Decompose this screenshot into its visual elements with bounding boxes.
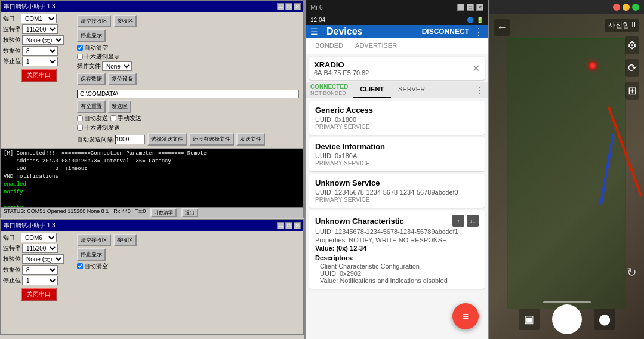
bottom-baud-row: 波特率 115200 [3, 244, 75, 253]
tab-server[interactable]: SERVER [391, 82, 432, 98]
clear-recv-button[interactable]: 清空接收区 [77, 15, 111, 27]
camera-minimize-button[interactable] [623, 4, 630, 11]
bottom-baud-label: 波特率 [3, 244, 21, 252]
camera-window-buttons [613, 4, 639, 11]
device-close-icon[interactable]: ✕ [472, 63, 480, 74]
serial-top-window: 串口调试小助手 1.3 — □ ✕ 端口 COM1 波特率 11520 [0, 0, 304, 218]
select-file-button[interactable]: 选择发送文件 [147, 133, 187, 146]
hex-send-checkbox[interactable] [77, 125, 83, 131]
data-select[interactable]: 8 [22, 46, 58, 56]
bottom-clear-recv-button[interactable]: 清空接收区 [77, 234, 111, 246]
pause-button[interactable]: 停止显示 [77, 29, 106, 42]
status-bar: STATUS: COM51 Opened 115200 None 8 1 Rx:… [1, 207, 303, 218]
save-data-button[interactable]: 保存数据 [77, 73, 106, 85]
android-close-button[interactable]: ✕ [476, 4, 483, 11]
char-upload-button[interactable]: ↑ [452, 215, 464, 227]
bottom-close-serial-button[interactable]: 关闭串口 [21, 288, 57, 301]
more-icon[interactable]: ⋮ [474, 26, 483, 38]
serial-bottom-title: 串口调试小助手 1.3 [4, 221, 56, 230]
recv-button[interactable]: 接收区 [113, 15, 137, 27]
send-area-button[interactable]: 发送区 [108, 100, 131, 113]
hex-display-checkbox[interactable] [77, 54, 83, 60]
no-file-button[interactable]: 还没有选择文件 [189, 133, 234, 146]
serial-bottom-titlebar: 串口调试小助手 1.3 — □ ✕ [1, 220, 303, 231]
parity-label: 校验位 [3, 36, 21, 44]
bottom-pause-button[interactable]: 停止显示 [77, 248, 106, 261]
port-label: 端口 [3, 14, 20, 23]
camera-settings-button[interactable]: ⚙ [625, 36, 639, 54]
interval-input[interactable] [115, 135, 145, 144]
camera-back-button[interactable]: ← [494, 19, 510, 36]
close-button[interactable]: ✕ [294, 3, 301, 10]
terminal-output: [M] Connected!!! =========Connection Par… [1, 149, 303, 207]
bottom-maximize-button[interactable]: □ [285, 222, 292, 229]
camera-flip-button[interactable]: ⟳ [625, 59, 639, 77]
file-select[interactable]: None [102, 61, 132, 71]
tab-connected[interactable]: CONNECTED NOT BONDED [306, 82, 353, 98]
hamburger-icon[interactable]: ☰ [310, 27, 318, 36]
bottom-close-button[interactable]: ✕ [294, 222, 301, 229]
camera-close-button[interactable] [613, 4, 620, 11]
maximize-button[interactable]: □ [285, 3, 292, 10]
parity-row: 校验位 None (无) [3, 35, 75, 45]
tab-bonded[interactable]: BONDED [309, 38, 349, 54]
bottom-stop-select[interactable]: 1 [22, 276, 58, 285]
path-input[interactable] [77, 90, 299, 98]
android-minimize-button[interactable]: — [457, 4, 464, 11]
char-download-button[interactable]: ↓↓ [467, 215, 479, 227]
status-text: STATUS: COM51 Opened 115200 None 8 1 [4, 208, 109, 217]
send-file-button[interactable]: 发送文件 [236, 133, 265, 146]
battery-icon: 🔋 [476, 17, 483, 23]
tab-client[interactable]: CLIENT [353, 82, 391, 98]
bottom-recv-button[interactable]: 接收区 [113, 234, 137, 246]
descriptor-config-uuid: UUID: 0x2902 [320, 270, 479, 277]
services-list: Generic Access UUID: 0x1800 PRIMARY SERV… [306, 98, 488, 339]
bottom-data-row: 数据位 8 [3, 265, 75, 275]
minimize-button[interactable]: — [277, 3, 284, 10]
bottom-data-select[interactable]: 8 [22, 265, 58, 275]
char-name: Unknown Characteristic [315, 217, 404, 226]
bottom-auto-clear-label: 自动清空 [84, 262, 108, 270]
capture-button[interactable] [552, 304, 582, 334]
disconnect-button[interactable]: DISCONNECT [422, 27, 469, 36]
app-toolbar: ☰ Devices DISCONNECT ⋮ [306, 25, 488, 38]
exit-button[interactable]: 退出 [181, 208, 198, 217]
stop-select[interactable]: 1 [22, 57, 58, 66]
bottom-parity-select[interactable]: None (无) [22, 254, 64, 264]
manual-send-checkbox[interactable] [110, 115, 116, 121]
tab-more[interactable]: ⋮ [470, 82, 488, 98]
bottom-left-controls: 端口 COM6 波特率 115200 校验位 None (无) [3, 233, 75, 301]
clear-count-button[interactable]: 计数清零 [150, 208, 177, 217]
parity-select[interactable]: None (无) [22, 35, 64, 45]
manual-send-row: 手动发送 [110, 114, 141, 122]
interval-label: 自动发送间隔 [77, 135, 113, 144]
bluetooth-icon: 🔵 [467, 17, 474, 23]
camera-video-button[interactable]: ⬤ [594, 309, 615, 330]
service-unknown: Unknown Service UUID: 12345678-1234-5678… [309, 174, 485, 208]
connected-label: CONNECTED [310, 84, 348, 90]
file-label: 操作文件 [77, 62, 101, 70]
baud-select[interactable]: 115200 [22, 24, 58, 34]
bottom-port-select[interactable]: COM6 [21, 233, 57, 242]
bottom-minimize-button[interactable]: — [277, 222, 284, 229]
android-maximize-button[interactable]: □ [467, 4, 474, 11]
tab-advertiser[interactable]: ADVERTISER [349, 38, 403, 54]
bottom-titlebar-buttons: — □ ✕ [277, 222, 301, 229]
android-window-titlebar: Mi 6 — □ ✕ [306, 0, 488, 14]
refresh-button[interactable]: 有全重置 [77, 100, 106, 113]
bottom-auto-clear-checkbox[interactable] [77, 263, 83, 269]
camera-grid-button[interactable]: ⊞ [625, 82, 639, 100]
circuit-board [507, 38, 626, 309]
port-select[interactable]: COM1 [21, 14, 57, 23]
auto-clear-checkbox[interactable] [77, 45, 83, 51]
camera-gallery-button[interactable]: ▣ [519, 309, 540, 330]
fab-button[interactable]: ≡ [452, 303, 479, 329]
auto-send-checkbox[interactable] [77, 115, 83, 121]
char-value: Value: (0x) 12-34 [315, 245, 479, 252]
rotation-icon[interactable]: ↻ [627, 265, 637, 279]
bottom-baud-select[interactable]: 115200 [22, 244, 58, 253]
camera-maximize-button[interactable] [632, 4, 639, 11]
close-serial-button[interactable]: 关闭串口 [21, 69, 57, 82]
reset-device-button[interactable]: 复位设备 [108, 73, 137, 85]
baud-row: 波特率 115200 [3, 24, 75, 34]
